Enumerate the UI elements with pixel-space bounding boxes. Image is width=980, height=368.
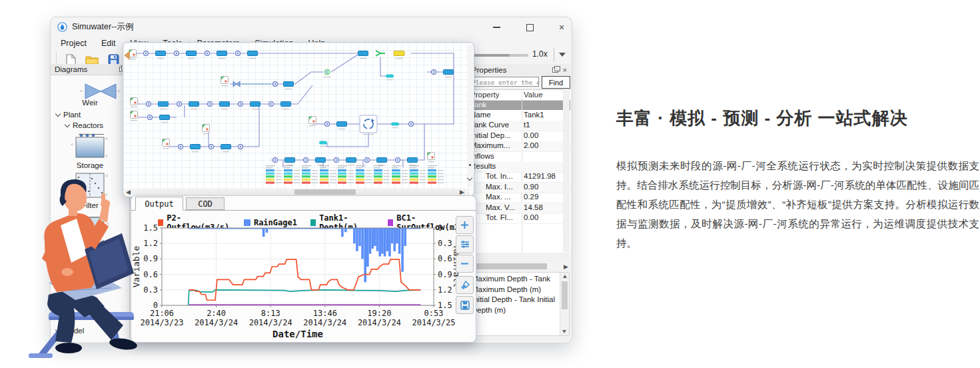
diagram-node[interactable]	[337, 122, 347, 127]
property-row-tank-curve[interactable]: Tank Curvet1	[468, 121, 570, 131]
diagram-node[interactable]	[334, 158, 339, 163]
diagram-node[interactable]	[360, 115, 377, 133]
diagram-node[interactable]	[444, 70, 454, 75]
maximize-button[interactable]	[517, 20, 542, 35]
find-button[interactable]: Find	[542, 76, 570, 89]
scroll-down-arrow-icon[interactable]	[467, 175, 472, 181]
zoom-dropdown[interactable]	[554, 47, 570, 61]
diagram-node[interactable]	[309, 117, 316, 124]
diagram-node[interactable]	[221, 145, 231, 149]
property-value[interactable]: 14.58	[524, 203, 543, 211]
property-row-tot-in[interactable]: Tot. In...41291.98	[468, 172, 570, 183]
diagram-node[interactable]	[233, 81, 240, 87]
property-row-max-i[interactable]: Max. I...0.90	[468, 183, 570, 193]
diagram-node[interactable]	[365, 158, 370, 163]
diagram-node[interactable]	[304, 158, 308, 163]
diagram-canvas-window[interactable]: ◀ ▶	[123, 42, 474, 197]
diagram-node[interactable]	[159, 102, 169, 107]
diagram-node[interactable]	[239, 102, 243, 107]
diagram-node[interactable]	[281, 102, 291, 107]
diagram-node[interactable]	[189, 102, 199, 107]
diagram-node[interactable]	[129, 50, 137, 57]
properties-scroll-strip[interactable]	[563, 89, 570, 252]
diagram-node[interactable]	[325, 122, 330, 127]
diagram-node[interactable]	[205, 51, 210, 56]
diagram-node[interactable]	[273, 158, 278, 163]
diagram-node[interactable]	[239, 145, 243, 149]
diagram-node[interactable]	[220, 102, 230, 107]
sidebar-group-reactors[interactable]: Reactors	[65, 121, 103, 129]
collapse-arrow-icon[interactable]	[124, 51, 130, 60]
close-panel-icon[interactable]: ×	[563, 66, 567, 74]
diagram-node[interactable]	[396, 158, 400, 163]
property-row-maximum[interactable]: Maximum...2.00	[468, 141, 570, 152]
diagram-node[interactable]	[408, 158, 418, 163]
diagram-node[interactable]	[284, 82, 294, 87]
diagram-node[interactable]	[156, 51, 166, 56]
chart-tab-cod[interactable]: COD	[186, 197, 225, 210]
diagram-node[interactable]	[394, 51, 404, 56]
diagram-node[interactable]	[325, 70, 330, 75]
canvas-hscrollbar[interactable]: ◀ ▶	[125, 189, 466, 195]
clear-button[interactable]	[456, 276, 474, 294]
property-value[interactable]: 2.00	[524, 141, 538, 149]
diagram-node[interactable]	[386, 75, 394, 78]
diagram-node[interactable]	[221, 77, 229, 84]
zoom-slider[interactable]	[471, 54, 528, 57]
scroll-up-arrow-icon[interactable]	[563, 275, 567, 278]
diagram-node[interactable]	[236, 51, 241, 56]
property-value[interactable]: 0.90	[524, 183, 538, 191]
canvas-vscrollbar[interactable]	[467, 45, 473, 187]
property-value[interactable]: Tank1	[524, 111, 544, 119]
minimize-button[interactable]	[484, 20, 509, 35]
diagram-node[interactable]	[409, 122, 414, 127]
diagram-node[interactable]	[131, 111, 138, 119]
save-chart-button[interactable]	[456, 296, 474, 314]
diagram-node[interactable]	[177, 102, 182, 107]
element-search-input[interactable]: Please enter the el…	[470, 77, 539, 87]
diagram-node[interactable]	[203, 125, 210, 132]
properties-hscrollbar[interactable]: ▶	[469, 263, 570, 270]
diagram-node[interactable]	[391, 123, 399, 126]
diagram-node[interactable]	[209, 145, 214, 149]
sidebar-group-plant[interactable]: Plant	[56, 111, 81, 119]
diagram-node[interactable]	[316, 158, 326, 163]
diagram-node[interactable]	[144, 51, 149, 56]
diagram-node[interactable]	[250, 102, 260, 107]
diagram-node[interactable]	[248, 51, 258, 56]
property-section-tank[interactable]: Tank	[468, 101, 570, 110]
diagram-node[interactable]	[179, 145, 183, 149]
diagram-node[interactable]	[432, 70, 436, 75]
property-row-tot-fl[interactable]: Tot. Fl...0.00	[468, 213, 570, 224]
diagram-node[interactable]	[319, 141, 327, 145]
diagram-node[interactable]	[208, 102, 213, 107]
property-value[interactable]: t1	[524, 121, 530, 129]
property-value[interactable]: 0.00	[524, 131, 538, 139]
diagram-node[interactable]	[163, 139, 170, 147]
diagram-node[interactable]	[428, 153, 435, 160]
diagram-node[interactable]	[269, 102, 274, 107]
diagram-node[interactable]	[175, 51, 179, 56]
diagram-node[interactable]	[217, 51, 227, 56]
diagram-node[interactable]	[346, 158, 356, 163]
property-row-max-v[interactable]: Max. V...14.58	[468, 203, 570, 214]
property-value[interactable]: 0.00	[524, 213, 538, 221]
menu-item-edit[interactable]: Edit	[94, 37, 123, 49]
property-row-initial-dep[interactable]: Initial Dep...0.00	[468, 131, 570, 142]
settings-button[interactable]	[456, 235, 474, 253]
scroll-right-arrow-icon[interactable]: ▶	[460, 189, 464, 195]
diagram-node[interactable]	[187, 51, 197, 56]
diagram-node[interactable]	[131, 98, 138, 105]
property-row-name[interactable]: NameTank1	[468, 111, 570, 121]
scroll-down-arrow-icon[interactable]	[562, 330, 566, 333]
diagram-node[interactable]	[377, 158, 387, 163]
close-button[interactable]: ×	[549, 20, 574, 35]
diagram-node[interactable]	[160, 115, 170, 120]
description-vscrollbar[interactable]	[560, 273, 569, 335]
property-value[interactable]: 0.29	[524, 193, 538, 201]
diagram-node[interactable]	[376, 51, 385, 56]
property-row-max-[interactable]: Max. ...0.29	[468, 193, 570, 203]
property-value[interactable]: 41291.98	[524, 172, 556, 180]
diagram-node[interactable]	[358, 51, 368, 56]
diagram-node[interactable]	[285, 158, 295, 163]
